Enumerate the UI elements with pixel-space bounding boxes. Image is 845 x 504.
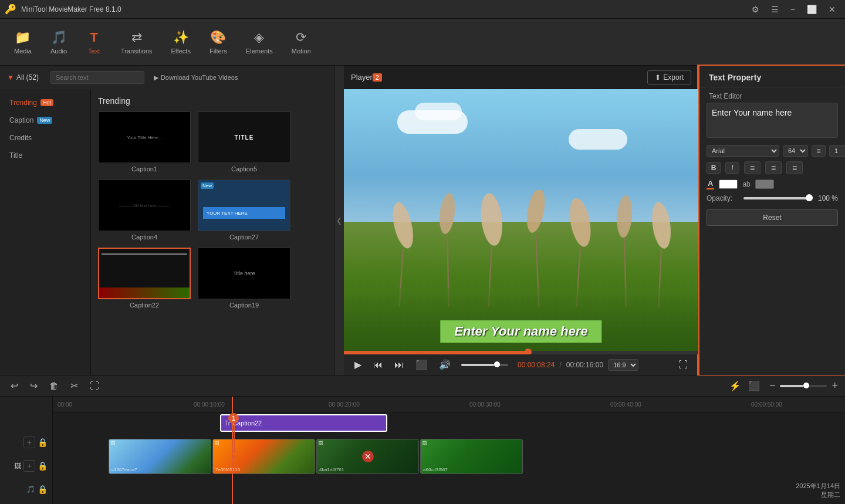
zoom-in-button[interactable]: + bbox=[832, 380, 838, 392]
redo-button[interactable]: ↪ bbox=[26, 379, 41, 393]
opacity-label: Opacity: bbox=[707, 194, 739, 202]
thumb-img-caption19: Title here bbox=[198, 248, 290, 299]
timeline-ruler: 00:00 00:00:10:00 00:00:20:00 00:00:30:0… bbox=[53, 397, 845, 413]
close-button[interactable]: ✕ bbox=[824, 4, 840, 15]
minimize-button[interactable]: − bbox=[786, 4, 800, 15]
toolbar-text[interactable]: T Text bbox=[76, 28, 111, 57]
text-editor-box[interactable]: Enter Your name here bbox=[707, 103, 838, 138]
toolbar-motion[interactable]: ⟳ Motion bbox=[282, 28, 320, 57]
thumb-caption27-label: Caption27 bbox=[229, 234, 259, 241]
reset-button[interactable]: Reset bbox=[707, 209, 838, 226]
toolbar-effects[interactable]: ✨ Effects bbox=[162, 28, 200, 57]
volume-button[interactable]: 🔊 bbox=[435, 358, 454, 371]
volume-thumb bbox=[494, 361, 500, 367]
caption-clip[interactable]: Tr Caption22 bbox=[220, 414, 387, 432]
font-color-label: A bbox=[707, 179, 714, 190]
align-center-button[interactable]: ≡ bbox=[765, 161, 782, 174]
sidebar-item-trending[interactable]: Trending Hot bbox=[0, 94, 90, 111]
stop-button[interactable]: ⬛ bbox=[412, 358, 431, 371]
add-video-track-button[interactable]: + bbox=[23, 460, 35, 472]
settings-button[interactable]: ⚙ bbox=[747, 4, 764, 15]
progress-thumb[interactable] bbox=[525, 349, 532, 354]
clip-icon-3: 🖼 bbox=[318, 441, 323, 446]
timeline-toolbar: ↩ ↪ 🗑 ✂ ⛶ ⚡ ⬛ − + bbox=[0, 376, 845, 397]
text-icon: T bbox=[90, 30, 97, 45]
toolbar-audio[interactable]: 🎵 Audio bbox=[41, 28, 76, 57]
caption27-bar: YOUR TEXT HERE bbox=[203, 207, 285, 219]
lock-caption-track-button[interactable]: 🔒 bbox=[38, 438, 48, 447]
ruler-mark-2: 00:00:20:00 bbox=[329, 401, 360, 408]
time-total: 00:00:16:00 bbox=[566, 361, 603, 369]
panel-toggle[interactable]: ❮ bbox=[334, 66, 344, 375]
video-clip-1[interactable]: 🖼 c1367eaca7 bbox=[109, 439, 211, 474]
toolbar-filters[interactable]: 🎨 Filters bbox=[200, 28, 236, 57]
restore-button[interactable]: ⬜ bbox=[802, 4, 822, 15]
video-clip-4[interactable]: 🖼 a66cd3f967 bbox=[420, 439, 523, 474]
zoom-out-button[interactable]: − bbox=[769, 380, 776, 392]
sidebar-credits-label: Credits bbox=[9, 134, 32, 142]
lock-video-track-button[interactable]: 🔒 bbox=[38, 461, 48, 471]
thumb-card-caption27[interactable]: New YOUR TEXT HERE Caption27 bbox=[198, 180, 290, 241]
font-size-select[interactable]: 64 48 72 bbox=[783, 145, 808, 157]
time-current: 00:00:08:24 bbox=[518, 361, 555, 369]
toolbar-transitions[interactable]: ⇄ Transitions bbox=[111, 28, 161, 57]
fullscreen-button[interactable]: ⛶ bbox=[675, 358, 691, 371]
cut-button[interactable]: ✂ bbox=[67, 379, 82, 393]
undo-button[interactable]: ↩ bbox=[7, 379, 22, 393]
thumb-card-caption1[interactable]: Your Title Here... Caption1 bbox=[98, 111, 191, 172]
yt-download-link[interactable]: ▶ Download YouTube Videos bbox=[154, 74, 238, 82]
next-frame-button[interactable]: ⏭ bbox=[391, 358, 407, 371]
sidebar-item-title[interactable]: Title bbox=[0, 147, 90, 164]
search-input[interactable] bbox=[50, 71, 144, 84]
delete-badge[interactable]: ✕ bbox=[362, 451, 374, 462]
sidebar-item-credits[interactable]: Credits bbox=[0, 129, 90, 147]
elements-icon: ◈ bbox=[254, 30, 264, 45]
opacity-value: 100 % bbox=[817, 194, 838, 202]
line-spacing-select[interactable]: 1 1.5 2 bbox=[829, 145, 845, 157]
zoom-slider[interactable] bbox=[780, 385, 827, 387]
export-button[interactable]: ⬆ Export bbox=[647, 70, 691, 84]
delete-button[interactable]: 🗑 bbox=[46, 380, 62, 393]
thumb-card-caption19[interactable]: Title here Caption19 bbox=[198, 248, 290, 309]
video-clip-2[interactable]: 🖼 7e00f65110 bbox=[212, 439, 315, 474]
svg-point-12 bbox=[650, 201, 674, 249]
toolbar-effects-label: Effects bbox=[171, 48, 191, 55]
crop-button[interactable]: ⛶ bbox=[86, 380, 103, 393]
menu-button[interactable]: ☰ bbox=[766, 4, 783, 15]
font-select[interactable]: Arial Times New Roman bbox=[707, 145, 779, 157]
volume-slider[interactable] bbox=[461, 364, 508, 366]
bold-button[interactable]: B bbox=[707, 162, 721, 174]
aspect-ratio-select[interactable]: 16:9 9:16 1:1 bbox=[608, 359, 638, 371]
thumb-img-caption22 bbox=[98, 248, 191, 299]
caption-bar: Enter Your name here bbox=[440, 320, 601, 343]
split-icon: ⚡ bbox=[729, 380, 741, 391]
prev-frame-button[interactable]: ⏮ bbox=[370, 358, 386, 371]
audio-track-icon: 🎵 bbox=[26, 485, 35, 493]
opacity-fill bbox=[743, 197, 813, 199]
line-spacing-button[interactable]: ≡ bbox=[812, 145, 826, 157]
clip-icon-4: 🖼 bbox=[422, 441, 427, 446]
italic-button[interactable]: I bbox=[725, 162, 739, 174]
thumb-card-caption22[interactable]: Caption22 bbox=[98, 248, 191, 309]
text-property-panel: Text Property Text Editor Enter Your nam… bbox=[698, 66, 845, 375]
video-track-icon: 🖼 bbox=[14, 462, 21, 470]
sidebar-item-caption[interactable]: Caption New bbox=[0, 111, 90, 129]
thumb-img-caption5: TITLE bbox=[198, 111, 290, 163]
align-left-button[interactable]: ≡ bbox=[744, 161, 760, 174]
lock-audio-track-button[interactable]: 🔒 bbox=[38, 485, 48, 494]
play-button[interactable]: ▶ bbox=[351, 358, 365, 371]
toolbar-media[interactable]: 📁 Media bbox=[5, 28, 41, 57]
add-caption-track-button[interactable]: + bbox=[23, 437, 35, 448]
sidebar-caption-label: Caption bbox=[9, 116, 33, 124]
shadow-color-swatch[interactable] bbox=[755, 180, 774, 189]
font-color-swatch[interactable] bbox=[719, 180, 738, 189]
thumb-card-caption4[interactable]: ——— title text here ——— Caption4 bbox=[98, 180, 191, 241]
thumb-card-caption5[interactable]: TITLE Caption5 bbox=[198, 111, 290, 172]
video-clip-3[interactable]: 🖼 ✕ 4ba1d4f761 bbox=[316, 439, 419, 474]
sidebar-trending-label: Trending bbox=[9, 99, 37, 107]
align-right-button[interactable]: ≡ bbox=[786, 161, 803, 174]
progress-bar[interactable] bbox=[344, 351, 698, 354]
toolbar-elements[interactable]: ◈ Elements bbox=[236, 28, 282, 57]
opacity-slider[interactable] bbox=[743, 197, 813, 199]
ruler-mark-5: 00:00:50:00 bbox=[751, 401, 782, 408]
